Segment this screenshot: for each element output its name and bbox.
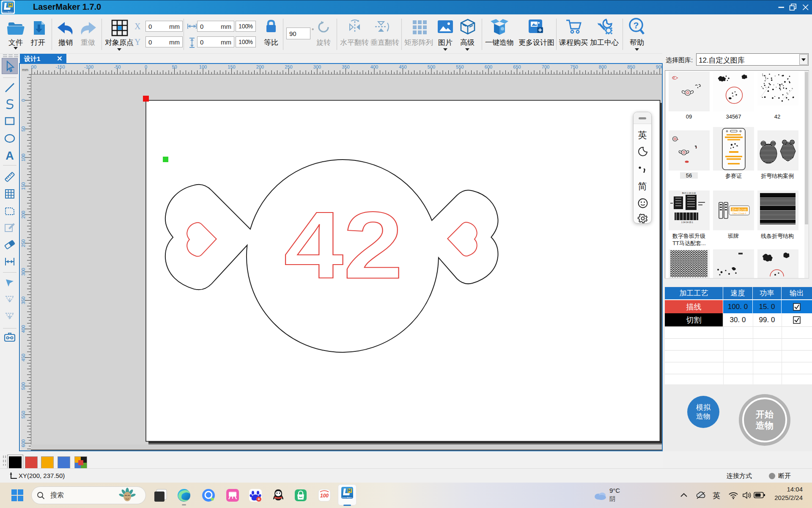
svg-text:Class 2,Grade 4: Class 2,Grade 4 — [732, 213, 746, 215]
svg-text:50: 50 — [21, 126, 26, 131]
svg-text:A: A — [5, 149, 14, 162]
svg-text:750: 750 — [570, 64, 578, 69]
svg-text:300: 300 — [21, 268, 26, 276]
svg-text:-100: -100 — [84, 64, 93, 69]
svg-text:350: 350 — [21, 296, 26, 304]
svg-text:450: 450 — [21, 353, 26, 361]
svg-text:800: 800 — [599, 64, 606, 69]
svg-text:700: 700 — [542, 64, 549, 69]
svg-text:LaserMaker: LaserMaker — [3, 11, 14, 13]
svg-text:600: 600 — [485, 64, 492, 69]
svg-text:150: 150 — [21, 182, 26, 190]
svg-text:450: 450 — [399, 64, 406, 69]
svg-text:0: 0 — [21, 99, 26, 102]
svg-text:42: 42 — [284, 193, 403, 298]
svg-text:100: 100 — [320, 493, 329, 499]
svg-text:400: 400 — [21, 325, 26, 333]
svg-text:-150: -150 — [55, 64, 65, 69]
svg-text:100: 100 — [21, 154, 26, 161]
svg-text:250: 250 — [285, 64, 292, 69]
svg-text:300: 300 — [313, 64, 321, 69]
svg-text:四年级(2)班: 四年级(2)班 — [732, 208, 747, 212]
svg-text:500: 500 — [21, 382, 26, 390]
svg-text:0: 0 — [145, 64, 147, 69]
svg-text:400: 400 — [370, 64, 378, 69]
svg-text:550: 550 — [21, 411, 26, 418]
svg-text:550: 550 — [456, 64, 464, 69]
svg-text:850: 850 — [627, 64, 635, 69]
svg-text:B4.5 1 04 0.02: B4.5 1 04 0.02 — [682, 192, 696, 194]
svg-text:650: 650 — [513, 64, 521, 69]
svg-text:600: 600 — [21, 439, 26, 447]
svg-text:200: 200 — [256, 64, 264, 69]
svg-text:-50: -50 — [114, 64, 121, 69]
svg-text:?: ? — [634, 20, 639, 30]
svg-text:350: 350 — [342, 64, 349, 69]
svg-text:-200: -200 — [31, 64, 36, 69]
svg-text:900: 900 — [656, 64, 662, 69]
svg-text:1 04 04 05 1: 1 04 04 05 1 — [681, 221, 693, 224]
svg-text:150: 150 — [228, 64, 235, 69]
svg-text:500: 500 — [428, 64, 435, 69]
svg-text:200: 200 — [21, 211, 26, 218]
svg-text:50: 50 — [172, 64, 177, 69]
svg-text:100: 100 — [199, 64, 207, 69]
svg-text:250: 250 — [21, 239, 26, 247]
svg-text:LaserMaker: LaserMaker — [342, 497, 353, 499]
